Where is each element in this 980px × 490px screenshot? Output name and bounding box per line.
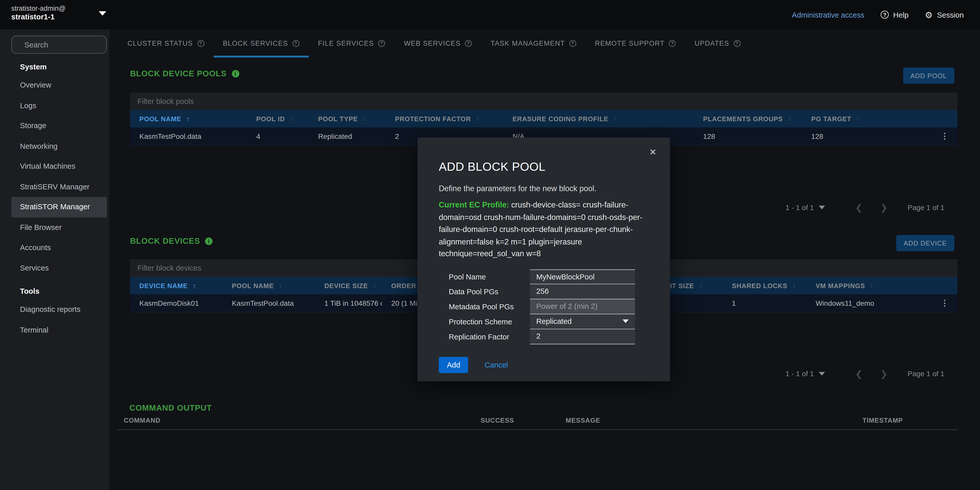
session-menu[interactable]: ⚙ Session (925, 10, 964, 19)
question-circle-icon: ? (570, 40, 576, 47)
tab-updates[interactable]: UPDATES? (685, 39, 750, 57)
session-label: Session (937, 10, 964, 19)
sort-icon: ↕ (363, 110, 366, 127)
tab-cluster-status[interactable]: CLUSTER STATUS? (118, 39, 213, 57)
pools-col-pool-name[interactable]: POOL NAME↑ (130, 110, 247, 127)
next-page-button[interactable]: ❯ (871, 369, 896, 379)
question-circle-icon: ? (197, 40, 204, 47)
pool-type-cell: Replicated (309, 127, 386, 145)
device-pool-cell: KasmTestPool.data (223, 294, 315, 312)
sort-ascending-icon: ↑ (186, 110, 190, 127)
kebab-menu-icon[interactable]: ⋮ (941, 298, 949, 307)
pagination-range: 1 - 1 of 1 (786, 204, 814, 211)
add-button[interactable]: Add (439, 356, 468, 373)
sidebar-item-logs[interactable]: Logs (11, 95, 107, 116)
prev-page-button[interactable]: ❮ (846, 369, 871, 379)
masthead: stratistor-admin@ stratistor1-1 Administ… (0, 0, 980, 29)
replication-factor-field[interactable] (530, 329, 635, 344)
tab-label: TASK MANAGEMENT (491, 39, 565, 47)
command-output-header: COMMAND SUCCESS MESSAGE TIMESTAMP (124, 414, 958, 426)
sort-icon: ↕ (788, 110, 791, 127)
tab-task-management[interactable]: TASK MANAGEMENT? (481, 39, 586, 57)
sidebar-item-overview[interactable]: Overview (11, 75, 107, 95)
sidebar-search[interactable] (11, 36, 107, 54)
prev-page-button[interactable]: ❮ (846, 202, 871, 212)
sidebar-item-stratiserv-manager[interactable]: StratiSERV Manager (11, 177, 107, 197)
question-circle-icon: ? (465, 40, 472, 47)
pools-col-pool-type[interactable]: POOL TYPE↕ (309, 110, 386, 127)
administrative-access-link[interactable]: Administrative access (792, 10, 864, 19)
metadata-pool-pgs-label: Metadata Pool PGs (439, 299, 530, 314)
search-input[interactable] (23, 40, 123, 50)
user-menu-caret-icon[interactable] (99, 11, 106, 16)
ec-profile-label: Current EC Profile: (439, 200, 509, 209)
sidebar-item-storage[interactable]: Storage (11, 116, 107, 136)
sidebar-item-terminal[interactable]: Terminal (11, 320, 107, 340)
question-circle-icon: ? (293, 40, 299, 47)
cancel-button[interactable]: Cancel (485, 360, 508, 369)
sidebar-item-accounts[interactable]: Accounts (11, 238, 107, 258)
gear-icon: ⚙ (925, 10, 933, 19)
modal-actions: Add Cancel (439, 356, 670, 373)
tab-web-services[interactable]: WEB SERVICES? (395, 39, 481, 57)
sidebar-item-diagnostic-reports[interactable]: Diagnostic reports (11, 299, 107, 320)
app-root: stratistor-admin@ stratistor1-1 Administ… (0, 0, 980, 490)
tab-remote-support[interactable]: REMOTE SUPPORT? (585, 39, 685, 57)
devices-col-shared-locks[interactable]: SHARED LOCKS↕ (722, 277, 806, 294)
modal-description: Define the parameters for the new block … (439, 184, 649, 193)
sidebar-item-stratistor-manager[interactable]: StratiSTOR Manager (11, 197, 107, 217)
data-pool-pgs-field[interactable] (530, 284, 635, 299)
tab-label: FILE SERVICES (318, 39, 374, 47)
sort-icon: ↕ (870, 277, 873, 294)
info-icon[interactable]: i (205, 237, 213, 245)
per-page-caret-icon[interactable] (819, 372, 825, 375)
tab-block-services[interactable]: BLOCK SERVICES? (213, 39, 309, 57)
question-circle-icon: ? (733, 40, 740, 47)
kebab-menu-icon[interactable]: ⋮ (941, 131, 949, 141)
pools-col-ec-profile[interactable]: ERASURE CODING PROFILE↕ (503, 110, 694, 127)
help-icon: ? (881, 11, 889, 19)
pools-col-pool-id[interactable]: POOL ID↕ (247, 110, 309, 127)
tab-label: CLUSTER STATUS (127, 39, 193, 47)
metadata-pool-pgs-field[interactable] (530, 299, 635, 314)
devices-col-device-name[interactable]: DEVICE NAME↑ (130, 277, 222, 294)
sidebar: System Overview Logs Storage Networking … (0, 29, 110, 490)
pg-target-cell: 128 (802, 127, 916, 145)
command-output-divider (118, 429, 957, 430)
devices-col-device-size[interactable]: DEVICE SIZE↕ (315, 277, 382, 294)
protection-scheme-value: Replicated (536, 317, 572, 326)
pools-col-placements-groups[interactable]: PLACEMENTS GROUPS↕ (694, 110, 802, 127)
sidebar-item-services[interactable]: Services (11, 258, 107, 278)
add-pool-button[interactable]: ADD POOL (903, 67, 954, 84)
device-vm-mappings-cell: Windows11_demo (806, 294, 916, 312)
pool-id-cell: 4 (247, 127, 309, 145)
user-menu[interactable]: stratistor-admin@ stratistor1-1 (11, 4, 65, 22)
placement-groups-cell: 128 (694, 127, 802, 145)
help-menu[interactable]: ? Help (881, 10, 908, 19)
sidebar-system-list: Overview Logs Storage Networking Virtual… (11, 75, 107, 278)
sidebar-item-virtual-machines[interactable]: Virtual Machines (11, 156, 107, 177)
add-block-pool-modal: ✕ ADD BLOCK POOL Define the parameters f… (417, 138, 670, 381)
pools-col-protection-factor[interactable]: PROTECTION FACTOR↕ (386, 110, 503, 127)
host-name: stratistor1-1 (11, 13, 65, 22)
pools-col-pg-target[interactable]: PG TARGET↕ (802, 110, 916, 127)
close-icon[interactable]: ✕ (649, 148, 656, 157)
sidebar-item-networking[interactable]: Networking (11, 136, 107, 156)
per-page-caret-icon[interactable] (819, 206, 825, 210)
protection-scheme-select[interactable]: Replicated (530, 314, 635, 329)
ec-profile-text: Current EC Profile: crush-device-class= … (439, 199, 649, 260)
tab-file-services[interactable]: FILE SERVICES? (309, 39, 395, 57)
devices-col-pool-name[interactable]: POOL NAME↕ (223, 277, 315, 294)
pagination-page: Page 1 of 1 (907, 204, 944, 211)
info-icon[interactable]: i (232, 70, 239, 77)
devices-col-vm-mappings[interactable]: VM MAPPINGS↕ (806, 277, 916, 294)
pool-name-field[interactable] (530, 269, 635, 284)
pools-filter-input[interactable] (130, 92, 957, 110)
add-device-button[interactable]: ADD DEVICE (896, 235, 954, 251)
sidebar-item-file-browser[interactable]: File Browser (11, 217, 107, 238)
next-page-button[interactable]: ❯ (871, 202, 896, 212)
tab-label: BLOCK SERVICES (223, 39, 288, 47)
pools-title-text: BLOCK DEVICE POOLS (130, 68, 227, 78)
devices-section-title: BLOCK DEVICES i (130, 236, 213, 246)
pagination-page: Page 1 of 1 (907, 370, 944, 377)
